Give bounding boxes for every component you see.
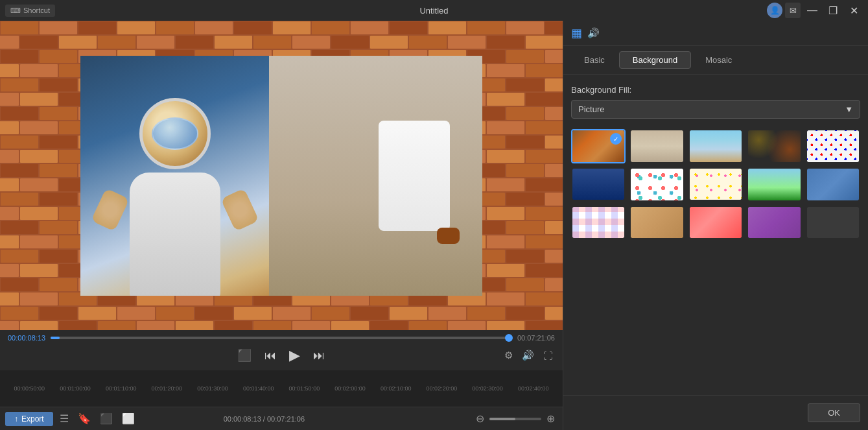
current-time-label: 00:00:08:13 bbox=[8, 334, 45, 342]
bg-thumbnail-6-preview bbox=[572, 169, 624, 200]
playback-buttons: ⬛ ⏮ ▶ ⏭ bbox=[60, 344, 502, 366]
main-content: 00:00:08:13 00:07:21:06 ⬛ ⏮ ▶ ⏭ ⚙ 🔊 bbox=[0, 21, 868, 430]
bg-thumbnail-4-preview bbox=[748, 130, 800, 162]
bottom-controls: ↑ Export ☰ 🔖 ⬛ ⬜ 00:00:08:13 / 00:07:21:… bbox=[0, 407, 563, 430]
bg-thumbnail-2[interactable] bbox=[629, 129, 684, 163]
settings-buttons: ⚙ 🔊 ⛶ bbox=[502, 348, 555, 363]
bg-thumbnail-4[interactable] bbox=[747, 129, 801, 163]
timeline-section: 00:00:50:00 00:01:00:00 00:01:10:00 00:0… bbox=[0, 370, 563, 407]
split-icon[interactable]: ⬜ bbox=[119, 411, 137, 426]
minimize-button[interactable]: — bbox=[803, 1, 821, 19]
volume-icon[interactable]: 🔊 bbox=[520, 348, 536, 363]
chevron-down-icon: ▼ bbox=[845, 104, 853, 114]
bg-thumbnail-14[interactable] bbox=[747, 206, 801, 240]
bg-fill-dropdown[interactable]: Picture ▼ bbox=[571, 100, 860, 119]
person-figure bbox=[353, 69, 476, 283]
bg-thumbnail-13[interactable] bbox=[688, 206, 743, 240]
bg-thumbnail-10-preview bbox=[807, 169, 859, 200]
bg-thumbnail-11[interactable] bbox=[571, 206, 626, 240]
keyboard-icon: ⌨ bbox=[10, 6, 21, 15]
bg-thumbnail-2-preview bbox=[631, 130, 683, 162]
settings-icon[interactable]: ⚙ bbox=[502, 348, 515, 363]
timeline-track[interactable] bbox=[51, 337, 512, 339]
export-button[interactable]: ↑ Export bbox=[5, 412, 53, 426]
person-shirt bbox=[379, 121, 450, 231]
bg-thumbnail-6[interactable] bbox=[571, 167, 626, 202]
tl-mark-8: 00:02:10:00 bbox=[373, 385, 419, 392]
bg-fill-label: Background Fill: bbox=[571, 85, 860, 95]
tab-background[interactable]: Background bbox=[619, 51, 691, 69]
bg-thumbnail-8-preview bbox=[690, 169, 742, 200]
bg-thumbnail-13-preview bbox=[690, 207, 742, 239]
bg-thumbnail-14-preview bbox=[748, 207, 800, 239]
mail-icon[interactable]: ✉ bbox=[785, 3, 801, 18]
export-icon: ↑ bbox=[14, 414, 18, 424]
play-button[interactable]: ▶ bbox=[287, 344, 303, 366]
bg-thumbnail-8[interactable] bbox=[688, 167, 743, 202]
astronaut-body bbox=[130, 173, 220, 296]
stop-button[interactable]: ⬛ bbox=[235, 346, 254, 365]
tl-mark-10: 00:02:30:00 bbox=[465, 385, 511, 392]
playback-controls: 00:00:08:13 00:07:21:06 ⬛ ⏮ ▶ ⏭ ⚙ 🔊 bbox=[0, 330, 563, 370]
bg-thumbnail-7-preview bbox=[631, 169, 683, 200]
tl-mark-3: 00:01:20:00 bbox=[144, 385, 190, 392]
bg-thumbnail-empty-preview bbox=[807, 207, 859, 239]
bg-thumbnail-9[interactable] bbox=[747, 167, 801, 202]
bg-thumbnail-5[interactable] bbox=[806, 129, 860, 163]
fullscreen-icon[interactable]: ⛶ bbox=[541, 348, 555, 363]
tl-mark-7: 00:02:00:00 bbox=[327, 385, 373, 392]
user-avatar[interactable]: 👤 bbox=[767, 3, 782, 18]
title-bar-left: ⌨ Shortcut bbox=[5, 5, 55, 17]
tl-mark-1: 00:01:00:00 bbox=[53, 385, 99, 392]
bg-thumbnail-3[interactable] bbox=[688, 129, 743, 163]
person-bracelet bbox=[437, 228, 460, 244]
link-icon[interactable]: ⬛ bbox=[97, 411, 115, 426]
bg-thumbnail-12[interactable] bbox=[629, 206, 684, 240]
bg-thumbnail-empty bbox=[806, 206, 860, 240]
time-display: 00:00:08:13 / 00:07:21:06 bbox=[224, 415, 305, 423]
tl-mark-6: 00:01:50:00 bbox=[281, 385, 327, 392]
zoom-fill bbox=[489, 418, 515, 420]
maximize-button[interactable]: ❐ bbox=[824, 1, 842, 19]
bg-thumbnail-1[interactable]: ✓ bbox=[571, 129, 626, 163]
ok-button[interactable]: OK bbox=[808, 403, 860, 422]
astronaut-left-hand bbox=[91, 188, 129, 232]
tab-mosaic[interactable]: Mosaic bbox=[692, 51, 745, 69]
video-right-half bbox=[269, 56, 482, 296]
video-panel-icon: ▦ bbox=[571, 26, 582, 40]
video-preview-frame bbox=[0, 21, 563, 330]
zoom-in-icon[interactable]: ⊕ bbox=[544, 411, 557, 426]
zoom-control: ⊖ ⊕ bbox=[473, 411, 557, 426]
bg-thumbnail-10[interactable] bbox=[806, 167, 860, 202]
astronaut-right-hand bbox=[220, 188, 259, 232]
dropdown-value: Picture bbox=[578, 104, 604, 114]
title-bar-right: 👤 ✉ — ❐ ✕ bbox=[767, 1, 863, 19]
left-panel: 00:00:08:13 00:07:21:06 ⬛ ⏮ ▶ ⏭ ⚙ 🔊 bbox=[0, 21, 563, 430]
step-back-button[interactable]: ⏮ bbox=[262, 346, 279, 365]
zoom-slider[interactable] bbox=[489, 418, 541, 420]
right-panel: ▦ 🔊 Basic Background Mosaic Background F… bbox=[563, 21, 868, 430]
shortcut-button[interactable]: ⌨ Shortcut bbox=[5, 5, 55, 17]
title-bar: ⌨ Shortcut Untitled 👤 ✉ — ❐ ✕ bbox=[0, 0, 868, 21]
zoom-out-icon[interactable]: ⊖ bbox=[473, 411, 487, 426]
tl-mark-4: 00:01:30:00 bbox=[190, 385, 236, 392]
step-forward-button[interactable]: ⏭ bbox=[311, 346, 327, 365]
playback-buttons-row: ⬛ ⏮ ▶ ⏭ ⚙ 🔊 ⛶ bbox=[8, 344, 555, 366]
bg-thumbnail-3-preview bbox=[690, 130, 742, 162]
bg-thumbnail-7[interactable] bbox=[629, 167, 684, 202]
panel-header: ▦ 🔊 bbox=[563, 21, 868, 46]
video-area bbox=[0, 21, 563, 330]
bg-thumbnail-11-preview bbox=[572, 207, 624, 239]
panel-tabs: Basic Background Mosaic bbox=[563, 46, 868, 75]
video-left-half bbox=[80, 56, 269, 296]
marker-icon[interactable]: 🔖 bbox=[75, 411, 93, 426]
close-button[interactable]: ✕ bbox=[845, 1, 863, 19]
astronaut-helmet bbox=[139, 98, 211, 169]
ok-button-container: OK bbox=[563, 395, 868, 430]
timeline-icon-1[interactable]: ☰ bbox=[57, 411, 71, 426]
tab-basic[interactable]: Basic bbox=[571, 51, 618, 69]
astronaut-figure bbox=[130, 98, 220, 296]
bg-thumbnail-9-preview bbox=[748, 169, 800, 200]
bg-thumbnail-5-preview bbox=[807, 130, 859, 162]
timeline-thumb[interactable] bbox=[505, 334, 513, 342]
